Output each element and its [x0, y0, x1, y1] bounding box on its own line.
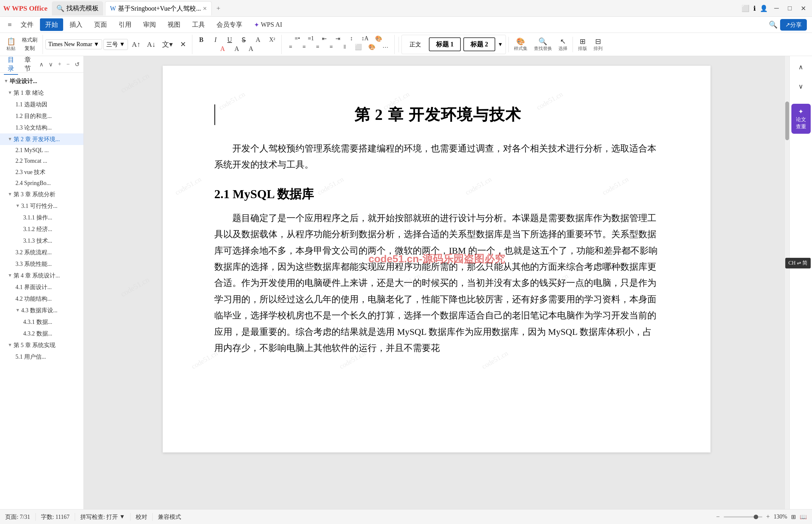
font-options-button[interactable]: 文▾ [160, 36, 175, 53]
align-right-button[interactable]: ≡ [311, 43, 324, 51]
toc-4-1[interactable]: 4.1 界面设计... [0, 281, 83, 293]
border-button[interactable]: ⬜ [352, 43, 365, 51]
search-icon[interactable]: 🔍 [769, 21, 778, 29]
menu-view[interactable]: 视图 [162, 18, 186, 31]
indent-button[interactable]: ⇥ [332, 35, 345, 43]
toc-collapse-button[interactable]: ∧ [37, 60, 46, 69]
bg-color-button[interactable]: 🎨 [365, 43, 378, 51]
toc-3-1[interactable]: ▼ 3.1 可行性分... [0, 200, 83, 212]
toc-4-3-2[interactable]: 4.3.2 数据... [0, 328, 83, 339]
justify-button[interactable]: ≡ [325, 43, 338, 51]
font-color-button[interactable]: A [252, 36, 265, 44]
superscript-button[interactable]: X² [266, 36, 279, 44]
toc-2-2[interactable]: 2.2 Tomcat ... [0, 155, 83, 166]
toc-3-1-1[interactable]: 3.1.1 操作... [0, 212, 83, 223]
styles-button[interactable]: 🎨 样式集 [511, 36, 530, 53]
numbering-button[interactable]: ≡1 [304, 35, 317, 43]
menu-review[interactable]: 审阅 [138, 18, 161, 31]
copy-button[interactable]: 复制 [19, 45, 40, 52]
minimize-button[interactable]: ─ [772, 3, 781, 13]
toc-ch1[interactable]: ▼ 第 1 章 绪论 [0, 87, 83, 99]
menu-tools[interactable]: 工具 [187, 18, 210, 31]
toc-ch5[interactable]: ▼ 第 5 章 系统实现 [0, 339, 83, 351]
toc-4-3[interactable]: ▼ 4.3 数据库设... [0, 305, 83, 316]
vertical-scrollbar[interactable] [784, 56, 790, 509]
toc-add-button[interactable]: + [56, 60, 63, 68]
more-para-button[interactable]: ⋯ [379, 43, 392, 51]
toc-3-3[interactable]: 3.3 系统性能... [0, 258, 83, 270]
tab-document[interactable]: W 基于Sringboot+Vue个人驾校... ✕ [105, 1, 212, 15]
shading-button[interactable]: 🎨 [372, 35, 385, 43]
layout-button[interactable]: ⊞ 排版 [576, 36, 590, 53]
char-shading-button[interactable]: A [245, 45, 258, 53]
align-center-button[interactable]: ≡ [298, 43, 311, 51]
menu-start[interactable]: 开始 [40, 18, 63, 31]
toc-3-2[interactable]: 3.2 系统流程... [0, 247, 83, 258]
increase-font-button[interactable]: A↑ [129, 36, 143, 53]
zoom-slider[interactable] [724, 516, 762, 518]
zoom-in-button[interactable]: + [766, 513, 770, 521]
document-area[interactable]: code51.cn code51.cn code51.cn code51.cn … [84, 56, 790, 509]
format-button[interactable]: 格式刷 [19, 36, 40, 44]
bold-button[interactable]: B [195, 36, 208, 44]
line-spacing-button[interactable]: ↕ [345, 35, 358, 43]
find-replace-button[interactable]: 🔍 查找替换 [531, 36, 554, 53]
clear-format-button[interactable]: ✕ [177, 36, 189, 53]
zoom-thumb[interactable] [754, 515, 758, 519]
toc-3-1-3[interactable]: 3.1.3 技术... [0, 235, 83, 247]
menu-page[interactable]: 页面 [89, 18, 112, 31]
zoom-out-button[interactable]: − [716, 513, 719, 521]
sort-button[interactable]: ↕A [359, 35, 371, 43]
italic-button[interactable]: I [209, 36, 222, 44]
underline-button[interactable]: U [223, 36, 236, 44]
sidebar-tab-toc[interactable]: 目录 [4, 56, 18, 75]
menu-reference[interactable]: 引用 [113, 18, 137, 31]
lang-switch-button[interactable]: CH ⇌ 简 [785, 258, 811, 268]
toc-remove-button[interactable]: − [64, 60, 71, 68]
toc-5-1[interactable]: 5.1 用户信... [0, 351, 83, 362]
page-up-button[interactable]: ∧ [795, 59, 808, 76]
tab-template[interactable]: 🔍 找稿壳模板 [52, 1, 103, 15]
paste-button[interactable]: 📋 粘贴 [4, 36, 18, 53]
toc-ch3[interactable]: ▼ 第 3 章 系统分析 [0, 189, 83, 200]
font-family-select[interactable]: Times New Romar ▼ [46, 39, 102, 49]
arrange-button[interactable]: ⊟ 排列 [591, 36, 605, 53]
essay-check-button[interactable]: ✦ 论文查重 [791, 104, 811, 134]
toc-2-1[interactable]: 2.1 MySQL ... [0, 145, 83, 155]
tab-close-button[interactable]: ✕ [203, 5, 207, 12]
layout-view-button[interactable]: ⊞ [791, 513, 796, 521]
toc-ch2[interactable]: ▼ 第 2 章 开发环境... [0, 133, 83, 145]
decrease-font-button[interactable]: A↓ [144, 36, 158, 53]
menu-ai[interactable]: ✦ WPS AI [249, 19, 287, 31]
toc-4-2[interactable]: 4.2 功能结构... [0, 293, 83, 305]
font-size-select[interactable]: 三号 ▼ [103, 39, 128, 50]
toc-4-3-1[interactable]: 4.3.1 数据... [0, 316, 83, 328]
align-left-button[interactable]: ≡ [284, 43, 297, 51]
read-view-button[interactable]: 📖 [800, 513, 807, 521]
menu-insert[interactable]: 插入 [64, 18, 88, 31]
spell-check[interactable]: 拼写检查: 打开 ▼ [80, 513, 125, 521]
toc-ch4[interactable]: ▼ 第 4 章 系统设计... [0, 270, 83, 281]
select-button[interactable]: ↖ 选择 [556, 36, 570, 53]
hamburger-menu-button[interactable]: ≡ [5, 19, 14, 30]
menu-vip[interactable]: 会员专享 [211, 18, 247, 31]
page-down-button[interactable]: ∨ [795, 78, 808, 95]
toc-refresh-button[interactable]: ↺ [73, 60, 82, 69]
close-button[interactable]: ✕ [798, 3, 809, 14]
text-color-button[interactable]: A [230, 45, 243, 53]
toc-expand-button[interactable]: ∨ [47, 60, 55, 69]
toc-1-3[interactable]: 1.3 论文结构... [0, 122, 83, 133]
share-button[interactable]: ↗ 分享 [780, 19, 807, 31]
proofread-button[interactable]: 校对 [136, 513, 147, 521]
toc-3-1-2[interactable]: 3.1.2 经济... [0, 223, 83, 235]
toc-root[interactable]: ▼ 毕业设计... [0, 76, 83, 87]
style-h1-button[interactable]: 标题 1 [429, 37, 461, 51]
columns-button[interactable]: ⫴ [338, 43, 351, 51]
highlight-color-button[interactable]: A [216, 45, 229, 53]
toc-2-3[interactable]: 2.3 vue 技术 [0, 166, 83, 178]
style-normal-button[interactable]: 正文 [404, 39, 426, 50]
scroll-thumb[interactable] [785, 101, 789, 140]
bullets-button[interactable]: ≡• [291, 35, 304, 43]
style-panel-arrow[interactable]: ▼ [498, 42, 503, 47]
outdent-button[interactable]: ⇤ [318, 35, 331, 43]
